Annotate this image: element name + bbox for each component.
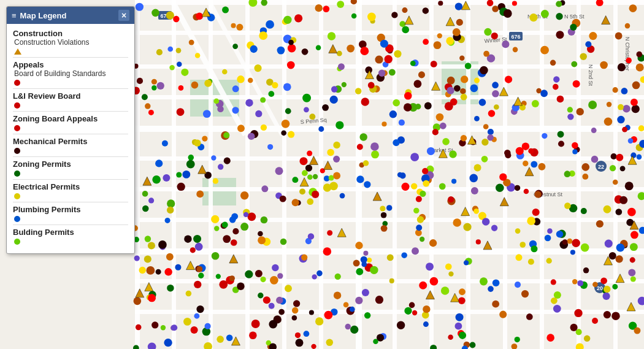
legend-category-zoning-permits: Zoning Permits [13, 159, 128, 177]
svg-rect-27 [577, 0, 581, 349]
legend-category-title-zoning-permits: Zoning Permits [13, 159, 128, 169]
dot-icon-zoning-board [14, 125, 20, 131]
svg-rect-21 [356, 0, 362, 349]
svg-rect-18 [245, 0, 250, 349]
legend-category-title-li: L&I Review Board [13, 91, 128, 101]
svg-rect-22 [393, 0, 397, 349]
legend-category-title-electrical: Electrical Permits [13, 182, 128, 191]
legend-title: Map Legend [20, 11, 67, 20]
dot-icon-plumbing [14, 216, 20, 222]
legend-category-zoning-board: Zoning Board Appeals [13, 114, 128, 131]
svg-text:22: 22 [598, 164, 604, 170]
dot-icon-mechanical [14, 148, 20, 154]
legend-item-li [14, 102, 128, 109]
svg-rect-23 [429, 0, 434, 349]
legend-sub-violations: Construction Violations [14, 38, 128, 47]
svg-text:N 6th St: N 6th St [527, 13, 548, 20]
svg-text:N 2nd St: N 2nd St [588, 64, 594, 86]
svg-rect-17 [209, 0, 213, 349]
svg-rect-28 [613, 0, 618, 349]
hamburger-icon: ≡ [12, 11, 17, 20]
legend-body: Construction Construction Violations App… [7, 24, 134, 253]
legend-item-zoning-board [14, 125, 128, 131]
legend-item-mechanical [14, 148, 128, 154]
legend-header: ≡ Map Legend × [7, 7, 134, 24]
svg-rect-3 [202, 178, 236, 205]
svg-rect-20 [319, 0, 323, 349]
svg-text:676: 676 [160, 13, 169, 19]
legend-panel: ≡ Map Legend × Construction Construction… [6, 6, 135, 254]
legend-category-title-zoning-board: Zoning Board Appeals [13, 114, 128, 123]
dot-icon-bbs [14, 80, 20, 86]
svg-rect-24 [466, 0, 470, 349]
svg-text:676: 676 [511, 34, 520, 40]
svg-text:20: 20 [597, 285, 603, 291]
legend-category-plumbing: Plumbing Permits [13, 205, 128, 222]
svg-rect-25 [503, 0, 507, 349]
dot-icon-electrical [14, 193, 20, 199]
legend-sub-bbs: Board of Building Standards [14, 69, 128, 78]
legend-category-appeals: Appeals Board of Building Standards [13, 60, 128, 86]
svg-text:Chestnut St: Chestnut St [534, 191, 563, 198]
legend-category-construction: Construction Construction Violations [13, 29, 128, 55]
svg-text:N Christopher: N Christopher [624, 37, 631, 71]
legend-category-title-mechanical: Mechanical Permits [13, 137, 128, 146]
legend-category-title-appeals: Appeals [13, 60, 128, 69]
legend-item-building [14, 239, 128, 245]
legend-category-title-building: Bulding Permits [13, 228, 128, 237]
map-container: 676 676 22 20 S Penn Sq Market St Chestn… [0, 0, 644, 349]
legend-item-electrical [14, 193, 128, 199]
svg-text:Market St: Market St [429, 147, 453, 153]
legend-item-zoning-permits [14, 171, 128, 177]
dot-icon-zoning-permits [14, 171, 20, 177]
legend-item-construction-violations [14, 48, 128, 55]
legend-close-button[interactable]: × [118, 10, 129, 21]
svg-rect-26 [540, 0, 544, 349]
triangle-icon-construction [14, 48, 21, 55]
legend-category-electrical: Electrical Permits [13, 182, 128, 199]
legend-category-mechanical: Mechanical Permits [13, 137, 128, 154]
legend-category-li: L&I Review Board [13, 91, 128, 109]
legend-category-title-plumbing: Plumbing Permits [13, 205, 128, 214]
svg-text:N 5th St: N 5th St [564, 13, 585, 20]
legend-item-bbs [14, 80, 128, 86]
legend-category-title: Construction [13, 29, 128, 38]
legend-header-title: ≡ Map Legend [12, 11, 66, 20]
legend-item-plumbing [14, 216, 128, 222]
svg-rect-15 [135, 0, 140, 349]
svg-rect-16 [172, 0, 176, 349]
svg-rect-19 [282, 0, 286, 349]
dot-icon-building [14, 239, 20, 245]
legend-category-building: Bulding Permits [13, 228, 128, 245]
dot-icon-li [14, 102, 20, 109]
